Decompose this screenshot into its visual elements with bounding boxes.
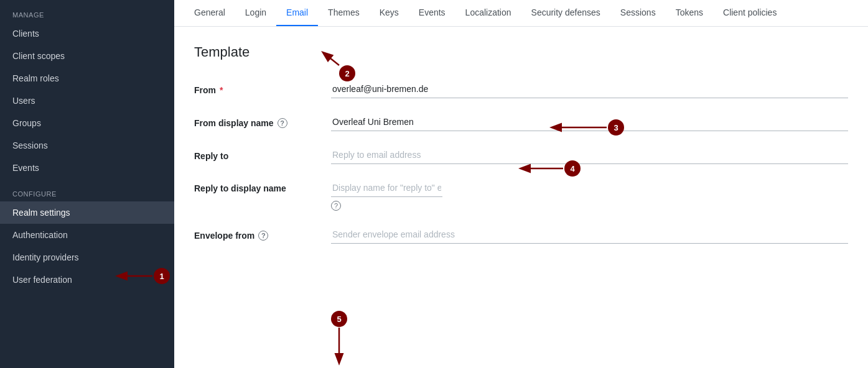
tab-bar: General Login Email Themes Keys Events L… bbox=[174, 0, 868, 27]
sidebar-item-user-federation[interactable]: User federation bbox=[0, 269, 174, 291]
reply-to-display-name-input[interactable] bbox=[331, 179, 442, 197]
sidebar: Manage Clients Client scopes Realm roles… bbox=[0, 0, 174, 368]
svg-text:5: 5 bbox=[337, 315, 341, 324]
svg-point-9 bbox=[331, 311, 347, 327]
content-area: Template From * From display name ? bbox=[174, 27, 868, 368]
reply-to-input[interactable] bbox=[331, 146, 848, 164]
envelope-from-help-icon[interactable]: ? bbox=[258, 231, 268, 241]
sidebar-item-groups[interactable]: Groups bbox=[0, 112, 174, 134]
reply-to-display-name-row: Reply to display name ? bbox=[194, 179, 848, 211]
reply-to-input-wrap bbox=[331, 146, 848, 164]
tab-sessions[interactable]: Sessions bbox=[610, 0, 666, 27]
tab-security-defenses[interactable]: Security defenses bbox=[521, 0, 610, 27]
reply-to-display-name-help-icon[interactable]: ? bbox=[331, 201, 341, 211]
tab-localization[interactable]: Localization bbox=[455, 0, 521, 27]
tab-general[interactable]: General bbox=[184, 0, 235, 27]
envelope-from-row: Envelope from ? bbox=[194, 226, 848, 244]
sidebar-item-authentication[interactable]: Authentication bbox=[0, 224, 174, 246]
page-title: Template bbox=[194, 44, 848, 60]
reply-to-label: Reply to bbox=[194, 146, 331, 161]
sidebar-item-identity-providers[interactable]: Identity providers bbox=[0, 246, 174, 269]
from-input-wrap bbox=[331, 80, 848, 98]
from-display-name-row: From display name ? bbox=[194, 113, 848, 131]
sidebar-item-realm-settings[interactable]: Realm settings bbox=[0, 201, 174, 224]
from-display-name-input[interactable] bbox=[331, 113, 848, 131]
tab-events[interactable]: Events bbox=[409, 0, 455, 27]
reply-to-display-name-input-wrap bbox=[331, 179, 442, 197]
envelope-from-input-wrap bbox=[331, 226, 848, 244]
tab-tokens[interactable]: Tokens bbox=[666, 0, 713, 27]
main-content: General Login Email Themes Keys Events L… bbox=[174, 0, 868, 368]
from-label: From * bbox=[194, 80, 331, 95]
configure-section-label: Configure bbox=[0, 179, 174, 201]
from-input[interactable] bbox=[331, 80, 848, 98]
manage-section-label: Manage bbox=[0, 0, 174, 22]
required-indicator: * bbox=[220, 85, 223, 95]
tab-client-policies[interactable]: Client policies bbox=[713, 0, 786, 27]
tab-email[interactable]: Email bbox=[276, 0, 318, 27]
svg-point-0 bbox=[339, 65, 355, 81]
envelope-from-label: Envelope from ? bbox=[194, 226, 331, 241]
sidebar-item-client-scopes[interactable]: Client scopes bbox=[0, 45, 174, 67]
svg-text:4: 4 bbox=[570, 164, 575, 173]
reply-to-display-name-label: Reply to display name bbox=[194, 183, 331, 193]
from-display-name-input-wrap bbox=[331, 113, 848, 131]
reply-to-row: Reply to bbox=[194, 146, 848, 164]
sidebar-item-users[interactable]: Users bbox=[0, 90, 174, 112]
sidebar-item-clients[interactable]: Clients bbox=[0, 22, 174, 45]
tab-themes[interactable]: Themes bbox=[318, 0, 370, 27]
tab-keys[interactable]: Keys bbox=[370, 0, 409, 27]
from-row: From * bbox=[194, 80, 848, 98]
sidebar-item-sessions[interactable]: Sessions bbox=[0, 134, 174, 157]
sidebar-item-events[interactable]: Events bbox=[0, 157, 174, 179]
envelope-from-input[interactable] bbox=[331, 226, 848, 244]
from-display-name-label: From display name ? bbox=[194, 113, 331, 128]
tab-login[interactable]: Login bbox=[235, 0, 276, 27]
from-display-name-help-icon[interactable]: ? bbox=[278, 118, 287, 128]
svg-text:2: 2 bbox=[345, 69, 349, 78]
sidebar-item-realm-roles[interactable]: Realm roles bbox=[0, 67, 174, 90]
